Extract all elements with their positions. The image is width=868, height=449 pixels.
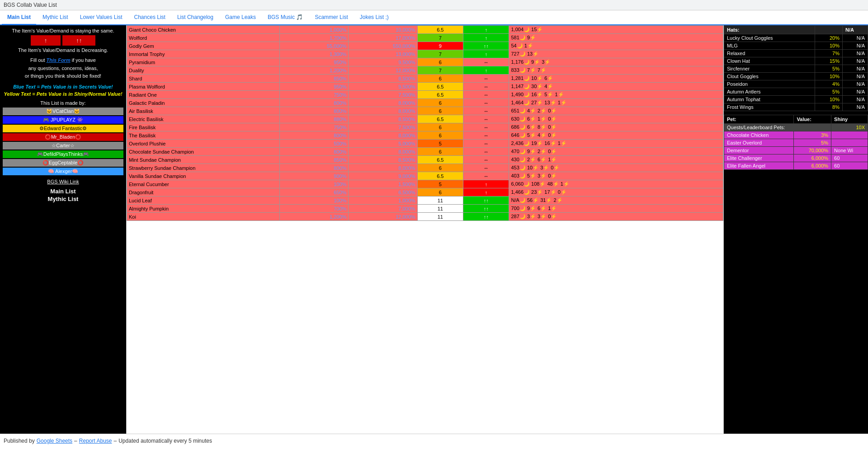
tab-changelog[interactable]: List Changelog <box>172 10 219 25</box>
pet-value-cell: 5% <box>794 139 831 147</box>
hats-header: Hats: <box>724 26 815 34</box>
trend-cell: ↔ <box>463 58 509 66</box>
hat-shiny-cell: N/A <box>843 50 868 57</box>
hat-row: Lucky Clout Goggles 20% N/A <box>724 34 868 42</box>
shiny-cell: 8,000% <box>349 148 417 156</box>
tab-game-leaks[interactable]: Game Leaks <box>220 10 261 25</box>
fill-form-link[interactable]: This Form <box>47 57 71 63</box>
pet-name-cell: Elite Challenger <box>724 154 794 162</box>
trend-cell: ↑ <box>463 180 509 188</box>
tab-lower-values[interactable]: Lower Values List <box>75 10 128 25</box>
tab-chances[interactable]: Chances List <box>129 10 171 25</box>
table-row: Duality 1,200% 12,000% 7 ↑ 833🌙 7⚡ 7⚡ <box>127 66 723 75</box>
tab-jokes[interactable]: Jokes List ;) <box>354 10 394 25</box>
trend-cell: ↔ <box>463 156 509 164</box>
trend-cell: ↑ <box>463 188 509 196</box>
tab-mythic-list[interactable]: Mythic List <box>37 10 74 25</box>
yellow-text-note: Yellow Text = Pets Value is in Shiny/Nor… <box>3 91 123 97</box>
pet-header: Pet: <box>724 115 794 124</box>
value-cell: 850% <box>280 156 349 164</box>
tab-main-list[interactable]: Main List <box>2 10 36 25</box>
trend-cell: ↔ <box>463 83 509 91</box>
made-by-text: This List is made by: <box>3 100 123 106</box>
pet-name-cell: Overlord Plushie <box>127 140 280 148</box>
value-cell: 1,300% <box>280 50 349 58</box>
tab-bgs-music[interactable]: BGS Music 🎵 <box>262 10 308 25</box>
table-row: Air Basilisk 800% 8,000% 6 ↔ 651🌙 4⚡ 2⚡ … <box>127 107 723 115</box>
pet-value-cell: 3% <box>794 131 831 139</box>
shiny-cell: 8,000% <box>349 107 417 115</box>
quest-value-cell: 10X <box>831 124 868 131</box>
center-panel: Giant Choco Chicken 1,000% 10,000% 6.5 ↑… <box>127 25 723 434</box>
counts-cell: 651🌙 4⚡ 2⚡ 0⚡ <box>509 107 723 115</box>
creator-vcatclan[interactable]: 🐱VCatClan🐱 <box>3 108 123 115</box>
counts-cell: 1,490🌙 16⚡ 5⚡ 1⚡ <box>509 91 723 99</box>
pet-name-cell: Giant Choco Chicken <box>127 26 280 34</box>
trend-cell: ↔ <box>463 164 509 172</box>
trend-cell: ↔ <box>463 172 509 180</box>
pet-row: Elite Challenger 6,000% 60 <box>724 154 868 162</box>
creator-mrbladen[interactable]: ⭕Mr_Bladen⭕ <box>3 133 123 141</box>
shiny-cell: 5,000% <box>349 140 417 148</box>
wiki-link[interactable]: BGS Wiki Link <box>3 179 123 184</box>
value-cell: 100% <box>280 180 349 188</box>
trend-cell: ↔ <box>463 123 509 131</box>
demand-cell: 7 <box>417 50 463 58</box>
trend-cell: ↔ <box>463 91 509 99</box>
creator-carter[interactable]: ☆Carter☆ <box>3 142 123 150</box>
pet-row: Dementor 70,000% None Wi <box>724 147 868 154</box>
arrow-upup-button[interactable]: ↑↑ <box>62 35 95 46</box>
hat-shiny-cell: N/A <box>843 80 868 88</box>
creator-alexger[interactable]: 🧠 Alexger🧠 <box>3 168 123 175</box>
value-cell: 1,000% <box>280 26 349 34</box>
counts-cell: 287🌙 3⚡ 3⚡ 0⚡ <box>509 213 723 221</box>
mythic-list-link[interactable]: Mythic List <box>3 196 123 202</box>
value-cell: 650% <box>280 188 349 196</box>
table-row: Vanilla Sundae Champion 900% 9,000% 6.5 … <box>127 172 723 180</box>
pet-row: Elite Fallen Angel 6,000% 60 <box>724 162 868 170</box>
hat-value-cell: 7% <box>815 50 842 57</box>
pet-value-cell: 70,000% <box>794 147 831 154</box>
footer: Published by Google Sheets – Report Abus… <box>0 434 868 447</box>
creator-jpuplayz[interactable]: 🎮 JPUPLAYZ 👾 <box>3 116 123 124</box>
shiny-cell: 9,500% <box>349 58 417 66</box>
shiny-cell: 13,000% <box>349 50 417 58</box>
shiny-cell: 8,000% <box>349 164 417 172</box>
hat-row: Autumn Tophat 10% N/A <box>724 96 868 103</box>
table-row: Chocolate Sundae Champion 800% 8,000% 6 … <box>127 148 723 156</box>
hat-name-cell: Clown Hat <box>724 57 815 65</box>
trend-cell: ↑ <box>463 66 509 75</box>
demand-cell: 6.5 <box>417 156 463 164</box>
table-row: Pyramidium 950% 9,500% 6 ↔ 1,176🌙 9⚡ 3⚡ <box>127 58 723 66</box>
google-sheets-link[interactable]: Google Sheets <box>37 438 72 444</box>
table-row: Giant Choco Chicken 1,000% 10,000% 6.5 ↑… <box>127 26 723 34</box>
table-row: The Basilisk 800% 8,000% 6 ↔ 646🌙 5⚡ 4⚡ … <box>127 131 723 140</box>
creator-edward[interactable]: ⚙Edward Fantastic⚙ <box>3 125 123 132</box>
tab-scammer[interactable]: Scammer List <box>309 10 353 25</box>
creator-eggceptable[interactable]: ⭕EggCeptable⭕ <box>3 159 123 167</box>
pet-name-cell: Dragonfruit <box>127 188 280 196</box>
main-content: The Item's Value/Demand is staying the s… <box>0 25 868 434</box>
demand-cell: 11 <box>417 205 463 213</box>
trend-cell: ↔ <box>463 148 509 156</box>
table-row: Mint Sundae Champion 850% 8,500% 6.5 ↔ 4… <box>127 156 723 164</box>
counts-cell: N/A🌙 56⚡ 31⚡ 2⚡ <box>509 196 723 205</box>
creator-defild[interactable]: 🎮DefildPlaysThinks🎮 <box>3 150 123 158</box>
trend-cell: ↔ <box>463 99 509 107</box>
shiny-cell: 9,500% <box>349 83 417 91</box>
hat-value-cell: 15% <box>815 57 842 65</box>
hat-name-cell: Lucky Clout Goggles <box>724 34 815 42</box>
demand-cell: 6 <box>417 188 463 196</box>
shiny-cell: 9,000% <box>349 172 417 180</box>
arrow-up-button[interactable]: ↑ <box>31 35 61 46</box>
report-abuse-link[interactable]: Report Abuse <box>79 438 112 444</box>
hat-shiny-cell: N/A <box>843 65 868 73</box>
hat-name-cell: MLG <box>724 42 815 50</box>
pet-shiny-cell: 60 <box>831 154 868 162</box>
hat-name-cell: Frost Wings <box>724 103 815 111</box>
pet-value-cell: 6,000% <box>794 162 831 170</box>
demand-cell: 6 <box>417 75 463 83</box>
main-list-link[interactable]: Main List <box>3 188 123 195</box>
table-row: Koi 1,200% 12,000% 11 ↑↑ 287🌙 3⚡ 3⚡ 0⚡ <box>127 213 723 221</box>
hat-value-cell: 5% <box>815 88 842 96</box>
